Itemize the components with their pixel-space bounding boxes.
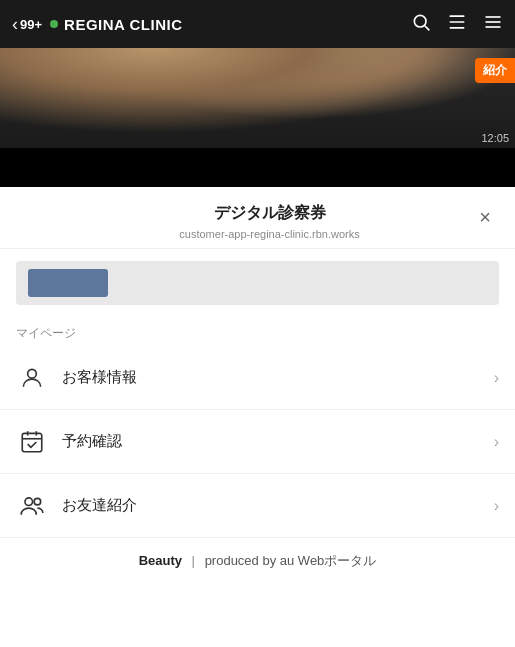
menu-item-reservation[interactable]: 予約確認 › [0, 410, 515, 474]
online-indicator [50, 20, 58, 28]
line-header: ‹ 99+ REGINA CLINIC [0, 0, 515, 48]
footer: Beauty | produced by au Webポータル [0, 538, 515, 584]
svg-point-14 [34, 498, 40, 505]
menu-list: お客様情報 › 予約確認 › [0, 346, 515, 538]
message-time: 12:05 [481, 132, 509, 144]
svg-line-1 [425, 25, 430, 30]
modal-header: デジタル診察券 customer-app-regina-clinic.rbn.w… [0, 187, 515, 249]
channel-info: REGINA CLINIC [50, 16, 403, 33]
person-icon [16, 362, 48, 394]
avatar-placeholder [28, 269, 108, 297]
notification-badge: 99+ [20, 17, 42, 32]
chevron-left-icon: ‹ [12, 15, 18, 33]
svg-point-8 [28, 369, 37, 378]
svg-rect-2 [450, 15, 465, 17]
svg-rect-9 [22, 433, 42, 451]
menu-item-label: 予約確認 [62, 432, 480, 451]
footer-brand: Beauty [139, 553, 182, 568]
channel-title: REGINA CLINIC [64, 16, 182, 33]
list-icon[interactable] [447, 12, 467, 37]
section-label: マイページ [0, 317, 515, 346]
menu-item-label: お友達紹介 [62, 496, 480, 515]
menu-item-label: お客様情報 [62, 368, 480, 387]
referral-badge[interactable]: 紹介 [475, 58, 515, 83]
svg-point-0 [414, 15, 426, 27]
digital-card-modal: デジタル診察券 customer-app-regina-clinic.rbn.w… [0, 187, 515, 647]
hero-image: 紹介 12:05 [0, 48, 515, 148]
modal-title: デジタル診察券 [68, 203, 471, 224]
chevron-right-icon: › [494, 369, 499, 387]
menu-item-referral[interactable]: お友達紹介 › [0, 474, 515, 538]
search-icon[interactable] [411, 12, 431, 37]
header-icons [411, 12, 503, 37]
svg-point-13 [25, 497, 33, 505]
calendar-check-icon [16, 426, 48, 458]
modal-title-area: デジタル診察券 customer-app-regina-clinic.rbn.w… [44, 203, 471, 240]
user-banner [16, 261, 499, 305]
hamburger-icon[interactable] [483, 12, 503, 37]
footer-separator: | [192, 553, 195, 568]
chevron-right-icon: › [494, 433, 499, 451]
hero-area: 紹介 12:05 [0, 48, 515, 148]
svg-rect-3 [450, 21, 465, 23]
back-button[interactable]: ‹ 99+ [12, 15, 42, 33]
menu-item-customer-info[interactable]: お客様情報 › [0, 346, 515, 410]
footer-text: produced by au Webポータル [205, 553, 377, 568]
svg-rect-4 [450, 27, 465, 29]
close-button[interactable]: × [471, 203, 499, 231]
group-icon [16, 490, 48, 522]
chevron-right-icon: › [494, 497, 499, 515]
modal-url: customer-app-regina-clinic.rbn.works [68, 228, 471, 240]
